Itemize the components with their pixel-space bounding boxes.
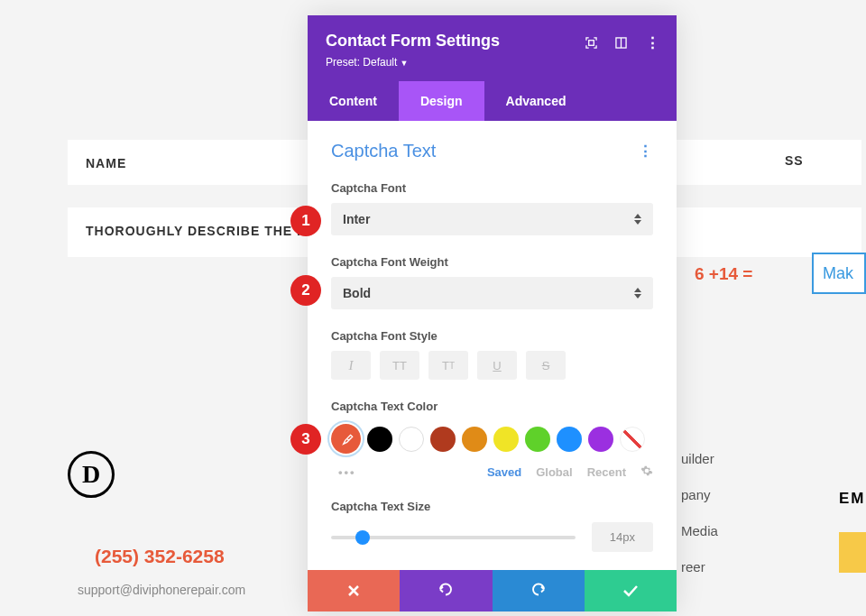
section-title[interactable]: Captcha Text: [331, 141, 436, 161]
yellow-block: [839, 532, 866, 573]
label-captcha-weight: Captcha Font Weight: [331, 255, 653, 269]
divi-logo[interactable]: D: [68, 451, 115, 498]
form-label-describe: THOROUGHLY DESCRIBE THE I: [86, 224, 301, 238]
footer-media: Media: [681, 523, 718, 538]
slider-handle[interactable]: [355, 530, 370, 545]
style-uppercase[interactable]: TT: [380, 351, 419, 380]
swatch-active[interactable]: [331, 424, 361, 454]
select-arrows-icon: [634, 288, 641, 299]
swatch-yellow[interactable]: [493, 427, 519, 452]
captcha-question: 6 +14 =: [695, 264, 752, 284]
phone-number[interactable]: (255) 352-6258: [95, 546, 225, 567]
field-captcha-color: Captcha Text Color ••• Saved Glo: [331, 400, 653, 480]
redo-icon: [530, 583, 547, 599]
eyedropper-icon: [339, 432, 354, 446]
swatch-orange[interactable]: [462, 427, 487, 452]
size-value[interactable]: 14px: [592, 522, 653, 552]
style-strikethrough[interactable]: S: [526, 351, 566, 380]
select-captcha-font[interactable]: Inter: [331, 203, 653, 235]
footer-company: pany: [681, 487, 711, 502]
check-icon: [622, 584, 639, 597]
gear-icon[interactable]: [640, 464, 653, 480]
select-arrows-icon: [634, 214, 641, 225]
columns-icon[interactable]: [615, 37, 627, 49]
style-smallcaps[interactable]: TT: [428, 351, 468, 380]
style-italic[interactable]: I: [331, 351, 371, 380]
close-icon: [347, 584, 360, 597]
select-captcha-weight[interactable]: Bold: [331, 277, 653, 309]
swatch-green[interactable]: [525, 427, 550, 452]
field-captcha-size: Captcha Text Size 14px: [331, 500, 653, 552]
more-dots-icon[interactable]: •••: [331, 465, 356, 479]
swatch-brown[interactable]: [430, 427, 456, 452]
design-panel: Captcha Text ⋮ Captcha Font Inter Captch…: [308, 121, 677, 570]
save-button[interactable]: [585, 570, 677, 611]
color-tab-saved[interactable]: Saved: [487, 465, 521, 479]
label-captcha-font: Captcha Font: [331, 181, 653, 195]
footer-built: uilder: [681, 451, 714, 466]
em-label: EM: [839, 490, 866, 508]
form-field-address-partial: SS: [785, 153, 804, 168]
swatch-black[interactable]: [367, 427, 392, 452]
tab-design[interactable]: Design: [399, 81, 484, 121]
label-captcha-size: Captcha Text Size: [331, 500, 653, 513]
settings-modal: Contact Form Settings Preset: Default▼ ⋮…: [308, 15, 677, 611]
footer-reer: reer: [681, 559, 705, 575]
expand-icon[interactable]: [585, 37, 597, 49]
swatch-none[interactable]: [620, 427, 645, 452]
size-slider[interactable]: [331, 536, 576, 539]
svg-rect-0: [589, 41, 594, 46]
swatch-blue[interactable]: [557, 427, 582, 452]
field-captcha-style: Captcha Font Style I TT TT U S: [331, 329, 653, 380]
marker-3: 3: [290, 424, 321, 455]
marker-1: 1: [290, 206, 321, 236]
swatch-white[interactable]: [399, 427, 424, 452]
swatch-purple[interactable]: [588, 427, 613, 452]
discard-button[interactable]: [308, 570, 400, 611]
tab-content[interactable]: Content: [308, 81, 399, 121]
color-tab-global[interactable]: Global: [536, 465, 572, 479]
modal-header: Contact Form Settings Preset: Default▼ ⋮: [308, 15, 677, 81]
modal-preset[interactable]: Preset: Default▼: [326, 56, 659, 69]
label-captcha-style: Captcha Font Style: [331, 329, 653, 343]
field-captcha-font: Captcha Font Inter: [331, 181, 653, 235]
color-tab-recent[interactable]: Recent: [587, 465, 626, 479]
undo-button[interactable]: [400, 570, 492, 611]
field-captcha-weight: Captcha Font Weight Bold: [331, 255, 653, 309]
label-captcha-color: Captcha Text Color: [331, 400, 653, 413]
make-button[interactable]: Mak: [812, 253, 866, 294]
style-underline[interactable]: U: [477, 351, 517, 380]
email-address[interactable]: support@diviphonerepair.com: [78, 583, 245, 597]
kebab-menu-icon[interactable]: ⋮: [645, 33, 660, 52]
marker-2: 2: [290, 275, 321, 306]
tab-advanced[interactable]: Advanced: [484, 81, 588, 121]
chevron-down-icon: ▼: [400, 59, 408, 68]
section-kebab-icon[interactable]: ⋮: [638, 142, 653, 161]
undo-icon: [438, 583, 454, 599]
redo-button[interactable]: [493, 570, 585, 611]
form-label-name: NAME: [86, 156, 126, 170]
action-bar: [308, 570, 677, 611]
modal-tabs: Content Design Advanced: [308, 81, 677, 121]
